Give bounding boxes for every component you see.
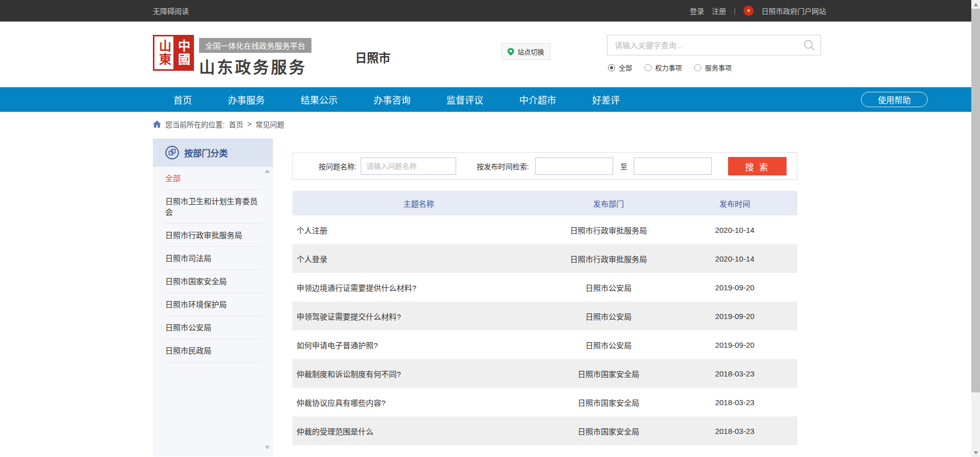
row-date: 2018-03-23 [672,427,797,435]
row-date: 2020-10-14 [672,226,797,234]
scrollbar-down-icon[interactable] [971,448,980,457]
row-topic: 申领驾驶证需要提交什么材料? [292,311,545,322]
national-emblem-icon: ★ [743,6,754,16]
sidebar-item-approval-bureau[interactable]: 日照市行政审批服务局 [165,224,262,247]
topbar: 无障碍阅读 登录 注册 | ★ 日照市政府门户网站 [0,0,980,22]
date-from-input[interactable] [535,157,613,175]
radio-service-items-label: 服务事项 [705,63,732,72]
logo-title: 山东政务服务 [199,54,311,77]
row-topic: 个人登录 [292,253,545,264]
radio-power-items[interactable]: 权力事项 [644,63,682,72]
nav-services[interactable]: 办事服务 [228,93,265,106]
sidebar-item-all[interactable]: 全部 [165,167,262,190]
nav-intermediary[interactable]: 中介超市 [519,93,556,106]
row-department: 日照市国家安全局 [545,426,672,436]
keyword-search-input[interactable] [607,35,820,55]
city-name: 日照市 [355,48,390,66]
col-header-date: 发布时间 [672,198,797,209]
nav-home[interactable]: 首页 [173,93,192,106]
row-department: 日照市行政审批服务局 [545,253,672,264]
row-date: 2018-03-23 [672,369,797,378]
main-content: 按问题名称: 按发布时间检索: 至 搜 索 主题名称 发布部门 发布时间 个人注… [292,152,797,445]
question-name-label: 按问题名称: [319,161,357,171]
sidebar-item-public-security[interactable]: 日照市公安局 [165,316,262,339]
row-topic: 如何申请电子普通护照? [292,340,545,350]
topbar-divider: | [734,7,736,15]
sidebar-item-civil-affairs[interactable]: 日照市民政局 [165,339,262,362]
row-date: 2018-03-23 [672,398,797,407]
col-header-department: 发布部门 [545,198,672,209]
table-row[interactable]: 如何申请电子普通护照? 日照市公安局 2019-09-20 [292,330,797,359]
radio-dot-icon [608,64,615,71]
radio-dot-icon [694,64,701,71]
row-topic: 仲裁的受理范围是什么 [292,426,545,436]
sidebar-scroll-down-icon[interactable] [265,446,270,449]
table-row[interactable]: 申领驾驶证需要提交什么材料? 日照市公安局 2019-09-20 [292,302,797,330]
nav-consult[interactable]: 办事咨询 [374,93,410,106]
row-date: 2019-09-20 [672,283,797,292]
sidebar-item-state-security[interactable]: 日照市国家安全局 [165,270,262,293]
site-switch-button[interactable]: 站点切换 [501,43,551,60]
search-scope-radios: 全部 权力事项 服务事项 [608,63,732,72]
nav-rating[interactable]: 好差评 [592,93,620,106]
row-topic: 仲裁协议应具有哪些内容? [292,397,545,408]
scrollbar-up-icon[interactable] [971,0,980,9]
radio-service-items[interactable]: 服务事项 [694,63,732,72]
register-link[interactable]: 注册 [712,6,726,16]
home-icon [153,121,161,128]
search-button[interactable]: 搜 索 [728,157,787,175]
site-logo[interactable]: 山東 中國 全国一体化在线政务服务平台 山东政务服务 [153,35,311,77]
sidebar-item-justice-bureau[interactable]: 日照市司法局 [165,247,262,270]
search-icon[interactable] [803,39,815,53]
row-topic: 个人注册 [292,225,545,235]
accessibility-link[interactable]: 无障碍阅读 [153,6,189,16]
row-department: 日照市行政审批服务局 [545,225,672,235]
main-nav: 首页 办事服务 结果公示 办事咨询 监督评议 中介超市 好差评 使用帮助 [0,87,980,112]
row-department: 日照市国家安全局 [545,397,672,408]
publish-date-label: 按发布时间检索: [477,161,529,171]
question-name-input[interactable] [361,157,456,175]
breadcrumb-home[interactable]: 首页 [229,119,243,129]
date-to-input[interactable] [634,157,712,175]
platform-badge: 全国一体化在线政务服务平台 [199,38,311,53]
scrollbar-thumb[interactable] [971,9,980,392]
questions-table: 主题名称 发布部门 发布时间 个人注册 日照市行政审批服务局 2020-10-1… [292,191,797,445]
sidebar-scroll-up-icon[interactable] [265,169,270,173]
row-date: 2019-09-20 [672,312,797,321]
table-row[interactable]: 仲裁制度和诉讼制度有何不同? 日照市国家安全局 2018-03-23 [292,359,797,388]
table-row[interactable]: 个人注册 日照市行政审批服务局 2020-10-14 [292,215,797,244]
sidebar-item-environment-bureau[interactable]: 日照市环境保护局 [165,293,262,316]
seal-text-right: 中國 [173,36,192,69]
seal-text-left: 山東 [154,36,173,69]
radio-all[interactable]: 全部 [608,63,632,72]
nav-supervision[interactable]: 监督评议 [446,93,483,106]
breadcrumb-current: 常见问题 [256,119,284,129]
row-date: 2019-09-20 [672,341,797,349]
row-department: 日照市公安局 [545,340,672,350]
col-header-topic: 主题名称 [292,198,545,209]
department-sidebar: 按部门分类 全部 日照市卫生和计划生育委员会 日照市行政审批服务局 日照市司法局… [153,138,273,456]
table-row[interactable]: 个人登录 日照市行政审批服务局 2020-10-14 [292,244,797,273]
login-link[interactable]: 登录 [690,6,704,16]
table-row[interactable]: 申领边境通行证需要提供什么材料? 日照市公安局 2019-09-20 [292,273,797,302]
sidebar-item-health-commission[interactable]: 日照市卫生和计划生育委员会 [165,190,262,224]
table-row[interactable]: 仲裁的受理范围是什么 日照市国家安全局 2018-03-23 [292,416,797,445]
radio-dot-icon [644,64,652,71]
category-icon [165,146,179,160]
site-header: 山東 中國 全国一体化在线政务服务平台 山东政务服务 日照市 站点切换 全部 [0,22,980,87]
row-department: 日照市公安局 [545,282,672,293]
keyword-search [607,35,821,55]
breadcrumb: 您当前所在的位置: 首页 > 常见问题 [153,118,284,130]
nav-results[interactable]: 结果公示 [301,93,338,106]
question-filter-form: 按问题名称: 按发布时间检索: 至 搜 索 [292,152,797,180]
sidebar-header: 按部门分类 [153,138,273,167]
row-topic: 申领边境通行证需要提供什么材料? [292,282,545,293]
row-date: 2020-10-14 [672,254,797,263]
help-button[interactable]: 使用帮助 [861,92,928,107]
portal-link[interactable]: 日照市政府门户网站 [761,6,826,16]
breadcrumb-separator: > [247,120,251,128]
page-scrollbar [971,0,980,457]
location-pin-icon [507,48,514,56]
table-row[interactable]: 仲裁协议应具有哪些内容? 日照市国家安全局 2018-03-23 [292,388,797,416]
sidebar-title: 按部门分类 [184,146,228,159]
